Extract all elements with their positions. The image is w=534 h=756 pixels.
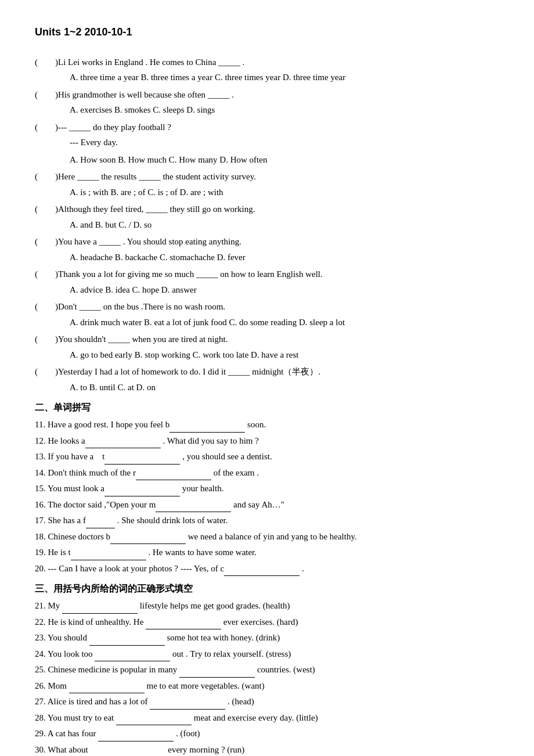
blank-24 [95, 661, 170, 661]
blank-17 [86, 528, 115, 528]
q8-options: A. drink much water B. eat a lot of junk… [35, 315, 499, 330]
bracket-5: ( ) [35, 202, 58, 217]
blank-13 [104, 464, 180, 465]
fill-13: 13. If you have a t , you should see a d… [35, 449, 499, 465]
q4-options: A. is ; with B. are ; of C. is ; of D. a… [35, 185, 499, 200]
q7-options: A. advice B. idea C. hope D. answer [35, 283, 499, 298]
blank-23 [89, 645, 165, 646]
bfill-25: 25. Chinese medicine is popular in many … [35, 663, 499, 678]
bfill-28: 28. You must try to eat meat and exercis… [35, 711, 499, 726]
bracket-4: ( ) [35, 170, 58, 185]
bfill-30: 30. What about every morning ? (run) [35, 743, 499, 756]
fill-20: 20. --- Can I have a look at your photos… [35, 561, 499, 577]
fill-11: 11. Have a good rest. I hope you feel b … [35, 417, 499, 433]
blank-22 [146, 629, 221, 629]
blank-16 [156, 512, 231, 512]
question-4: ( ) Here _____ the results _____ the stu… [35, 170, 499, 200]
question-8: ( ) Don't _____ on the bus .There is no … [35, 300, 499, 330]
fill-18: 18. Chinese doctors b we need a balance … [35, 530, 499, 545]
bfill-23: 23. You should some hot tea with honey. … [35, 631, 499, 646]
bfill-29: 29. A cat has four . (foot) [35, 726, 499, 741]
fill-section: 11. Have a good rest. I hope you feel b … [35, 417, 499, 576]
question-5: ( ) Although they feel tired, _____ they… [35, 202, 499, 232]
bfill-21: 21. My lifestyle helps me get good grade… [35, 599, 499, 614]
bfill-22: 22. He is kind of unhealthy. He ever exe… [35, 615, 499, 630]
blank-14 [136, 480, 211, 480]
q8-text: Don't _____ on the bus .There is no wash… [58, 300, 499, 315]
blank-15 [104, 496, 180, 496]
question-10: ( ) Yesterday I had a lot of homework to… [35, 365, 499, 395]
q6-text: You have a _____ . You should stop eatin… [58, 235, 499, 250]
q1-text: Li Lei works in England . He comes to Ch… [58, 55, 499, 70]
q3-options: A. How soon B. How much C. How many D. H… [35, 153, 499, 168]
blank-26 [69, 693, 145, 693]
bfill-24: 24. You look too out . Try to relax your… [35, 647, 499, 662]
q9-options: A. go to bed early B. stop working C. wo… [35, 348, 499, 363]
bracket-7: ( ) [35, 267, 58, 282]
blank-20 [224, 575, 300, 576]
bracket-8: ( ) [35, 300, 58, 315]
blank-12 [85, 448, 161, 448]
q3-sub: --- Every day. [35, 135, 499, 150]
bracket-9: ( ) [35, 332, 58, 347]
q1-options: A. three time a year B. three times a ye… [35, 70, 499, 85]
blank-25 [179, 677, 255, 678]
bracket-fill-section: 21. My lifestyle helps me get good grade… [35, 599, 499, 756]
q5-options: A. and B. but C. / D. so [35, 218, 499, 233]
fill-17: 17. She has a f . She should drink lots … [35, 513, 499, 528]
questions-section: ( ) Li Lei works in England . He comes t… [35, 55, 499, 395]
blank-11 [169, 432, 245, 433]
bracket-3: ( ) [35, 120, 58, 135]
blank-28 [116, 725, 192, 725]
blank-29 [98, 741, 174, 741]
blank-19 [71, 560, 146, 560]
bracket-1: ( ) [35, 55, 58, 70]
q2-options: A. exercises B. smokes C. sleeps D. sing… [35, 103, 499, 118]
q4-text: Here _____ the results _____ the student… [58, 170, 499, 185]
q9-text: You shouldn't _____ when you are tired a… [58, 332, 499, 347]
q10-options: A. to B. until C. at D. on [35, 380, 499, 395]
bfill-27: 27. Alice is tired and has a lot of . (h… [35, 694, 499, 710]
fill-14: 14. Don't think much of the r of the exa… [35, 466, 499, 481]
q2-text: His grandmother is well because she ofte… [58, 88, 499, 103]
question-6: ( ) You have a _____ . You should stop e… [35, 235, 499, 265]
bracket-6: ( ) [35, 235, 58, 250]
q7-text: Thank you a lot for giving me so much __… [58, 267, 499, 282]
blank-21 [62, 613, 138, 614]
question-7: ( ) Thank you a lot for giving me so muc… [35, 267, 499, 297]
fill-19: 19. He is t . He wants to have some wate… [35, 545, 499, 560]
blank-18 [110, 543, 186, 544]
bfill-26: 26. Mom me to eat more vegetables. (want… [35, 679, 499, 694]
question-2: ( ) His grandmother is well because she … [35, 88, 499, 118]
section2-title: 二、单词拼写 [35, 399, 499, 415]
bracket-10: ( ) [35, 365, 58, 380]
fill-16: 16. The doctor said ,"Open your m and sa… [35, 498, 499, 513]
question-1: ( ) Li Lei works in England . He comes t… [35, 55, 499, 85]
fill-12: 12. He looks a . What did you say to him… [35, 434, 499, 449]
question-9: ( ) You shouldn't _____ when you are tir… [35, 332, 499, 362]
blank-27 [150, 709, 225, 710]
q5-text: Although they feel tired, _____ they sti… [58, 202, 499, 217]
page-title: Units 1~2 2010-10-1 [35, 23, 499, 41]
q6-options: A. headache B. backache C. stomachache D… [35, 250, 499, 265]
section3-title: 三、用括号内所给的词的正确形式填空 [35, 581, 499, 596]
bracket-2: ( ) [35, 88, 58, 103]
q10-text: Yesterday I had a lot of homework to do.… [58, 365, 499, 380]
question-3: ( ) --- _____ do they play football ? --… [35, 120, 499, 168]
q3-text: --- _____ do they play football ? [58, 120, 499, 135]
fill-15: 15. You must look a your health. [35, 481, 499, 496]
